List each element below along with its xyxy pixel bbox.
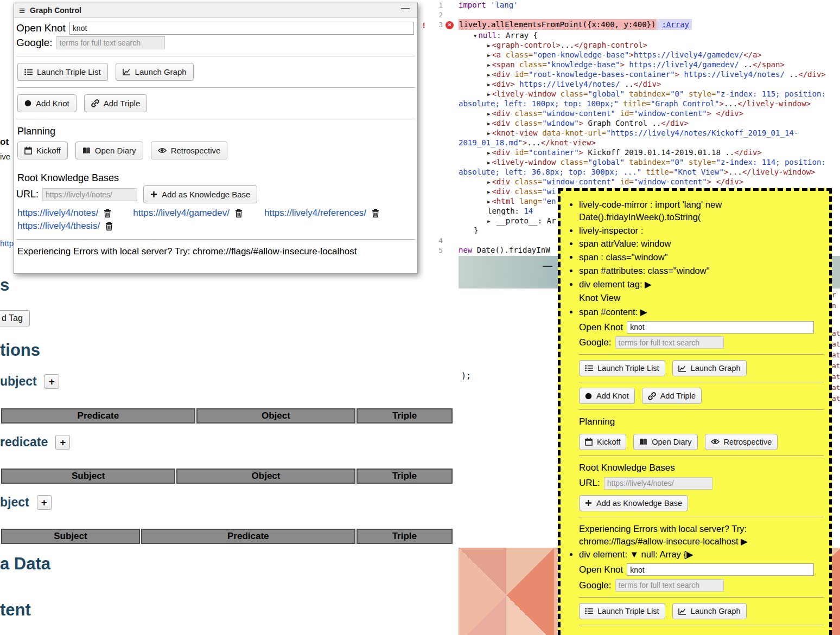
add-subject-button[interactable]: + <box>44 374 59 389</box>
replica2-launch-triple-list-button[interactable]: Launch Triple List <box>579 603 665 619</box>
inspector-segment: .. <box>785 70 798 79</box>
expand-arrow-icon[interactable]: ▶ <box>487 216 490 226</box>
launch-graph-button[interactable]: Launch Graph <box>116 63 194 81</box>
column-header-subject: Subject <box>1 469 175 484</box>
trash-icon[interactable] <box>104 209 111 217</box>
inspector-tree-line[interactable]: ▶<div id="container"> Kickoff 2019.01.14… <box>459 147 826 157</box>
inspector-tree-line[interactable]: ▼null: Array { <box>459 30 826 40</box>
add-object-button[interactable]: + <box>37 495 52 510</box>
add-predicate-button[interactable]: + <box>55 435 70 450</box>
expand-arrow-icon[interactable]: ▶ <box>487 70 490 80</box>
expand-arrow-icon[interactable]: ▶ <box>487 89 490 99</box>
google-search-input[interactable] <box>56 36 165 49</box>
popup-item-div-tag-text[interactable]: div element tag: ▶ <box>579 278 824 291</box>
result-chip[interactable]: :Array <box>657 19 692 30</box>
replica2-google-search-input[interactable] <box>615 579 724 592</box>
knowledge-base-link[interactable]: https://lively4/thesis/ <box>17 220 100 233</box>
expand-arrow-icon[interactable]: ▶ <box>487 119 490 129</box>
clipped-code-fragment: at <box>832 394 840 402</box>
popup-item-code-mirror: lively-code-mirror : import 'lang' new D… <box>579 198 824 223</box>
add-triple-button[interactable]: Add Triple <box>84 94 148 112</box>
replica-kickoff-button[interactable]: Kickoff <box>579 434 626 450</box>
inspector-tree-line[interactable]: ▶<lively-window class="global" tabindex=… <box>459 157 826 167</box>
inspector-tree-line[interactable]: 2019_01_18.md">...</knot-view> <box>459 138 826 147</box>
inspector-tree-line[interactable]: ▶<div class="window-content" id="window-… <box>459 108 826 118</box>
trash-icon[interactable] <box>235 209 243 217</box>
replica-url-input[interactable] <box>604 477 712 490</box>
minimize-button[interactable]: — <box>401 4 410 14</box>
popup-item-span-content-text[interactable]: span #content: ▶ <box>579 306 824 318</box>
calendar-icon <box>24 146 32 155</box>
trash-icon[interactable] <box>105 222 113 230</box>
inspector-tree-line[interactable]: ▶<div id="root-knowledge-bases-container… <box>459 69 826 79</box>
expand-arrow-icon[interactable]: ▶ <box>487 60 490 70</box>
knowledge-base-link[interactable]: https://lively4/notes/ <box>17 207 98 220</box>
expand-arrow-icon[interactable]: ▶ <box>487 197 490 207</box>
minimize-icon[interactable]: — <box>543 260 552 272</box>
menu-icon[interactable]: ≡ <box>19 5 25 16</box>
inspector-tree-line[interactable]: ▶<lively-window class="global" tabindex=… <box>459 89 826 99</box>
expand-arrow-icon[interactable]: ▶ <box>487 187 490 197</box>
replica-launch-graph-button[interactable]: Launch Graph <box>672 360 747 376</box>
collapse-arrow-icon[interactable]: ▼ <box>474 31 476 41</box>
expand-arrow-icon[interactable]: ▶ <box>487 109 490 119</box>
inspector-tree-line[interactable]: ▶<graph-control>...</graph-control> <box>459 40 826 50</box>
popup-item-div-element-text[interactable]: div element: ▼ null: Array {▶ <box>579 548 824 561</box>
expand-arrow-icon[interactable]: ▶ <box>487 148 490 158</box>
clipped-code-fragment: at <box>832 383 840 392</box>
trash-icon[interactable] <box>372 209 379 217</box>
divider <box>579 456 824 456</box>
retrospective-button[interactable]: Retrospective <box>151 142 228 159</box>
inspector-segment: class= <box>519 60 547 69</box>
add-knowledge-base-button[interactable]: Add as Knowledge Base <box>143 185 257 203</box>
expand-arrow-icon[interactable]: ▶ <box>487 129 490 138</box>
knowledge-base-link[interactable]: https://lively4/gamedev/ <box>133 207 230 220</box>
inspector-tree-line[interactable]: ▶<div class="window-content" id="window-… <box>459 177 826 187</box>
inspector-tree-line[interactable]: absolute; left: 36.8px; top: 300px; ..."… <box>459 167 826 177</box>
replica-launch-triple-list-button[interactable]: Launch Triple List <box>579 360 665 376</box>
replica2-launch-graph-button[interactable]: Launch Graph <box>672 603 747 619</box>
column-header-subject: Subject <box>1 529 140 544</box>
add-tag-button[interactable]: d Tag <box>0 310 30 326</box>
replica-google-search-input[interactable] <box>615 336 724 349</box>
inspector-tree-line[interactable]: ▶<span class="knowledge-base"> https://l… <box>459 60 826 69</box>
inspector-segment: > <box>579 148 583 157</box>
knowledge-base-link[interactable]: https://lively4/references/ <box>264 207 366 220</box>
url-input[interactable] <box>42 188 137 201</box>
inspector-segment: "container" <box>529 148 579 157</box>
divider <box>579 597 824 598</box>
replica-add-triple-button[interactable]: Add Triple <box>642 388 702 404</box>
window-titlebar[interactable]: ≡ Graph Control — <box>14 3 417 18</box>
kickoff-button[interactable]: Kickoff <box>17 142 68 159</box>
clipped-code-fragment: at <box>832 362 840 370</box>
open-diary-button[interactable]: Open Diary <box>75 142 143 159</box>
replica-open-diary-button[interactable]: Open Diary <box>633 434 697 450</box>
replica-add-knowledge-base-button[interactable]: Add as Knowledge Base <box>579 495 688 511</box>
inspector-segment: null <box>478 31 497 40</box>
inspector-segment: .. <box>739 60 753 69</box>
inspector-segment: https://lively4/gamedev/ <box>634 50 743 59</box>
launch-triple-list-button[interactable]: Launch Triple List <box>17 63 108 81</box>
replica2-open-knot-input[interactable] <box>627 563 814 576</box>
chart-icon <box>123 68 131 75</box>
inspector-tree-line[interactable]: ▶<knot-view data-knot-url="https://livel… <box>459 128 826 138</box>
inspector-segment: </knot-view> <box>541 138 596 147</box>
replica-add-knot-button[interactable]: Add Knot <box>579 388 635 404</box>
divider <box>16 239 415 240</box>
expand-arrow-icon[interactable]: ▶ <box>487 80 490 89</box>
expand-arrow-icon[interactable]: ▶ <box>487 177 490 187</box>
graph-control-window: ≡ Graph Control — Open Knot Google: Laun… <box>14 3 418 274</box>
replica-retrospective-button[interactable]: Retrospective <box>705 434 778 450</box>
inspector-tree-line[interactable]: ▶<a class="open-knowledge-base">https://… <box>459 50 826 60</box>
expand-arrow-icon[interactable]: ▶ <box>487 158 490 168</box>
inspector-segment: </div> <box>734 148 762 157</box>
inspector-tree-line[interactable]: ▶<div class="window"> Graph Control ..</… <box>459 118 826 128</box>
expand-arrow-icon[interactable]: ▶ <box>487 41 490 50</box>
inspector-tree-line[interactable]: ▶<div> https://lively4/notes/ ..</div> <box>459 79 826 89</box>
open-knot-input[interactable] <box>69 22 414 35</box>
replica-open-knot-input[interactable] <box>627 321 814 333</box>
add-knot-button[interactable]: Add Knot <box>17 94 77 112</box>
inspector-tree-line[interactable]: absolute; left: 100px; top: 100px;" titl… <box>459 99 826 108</box>
error-icon: × <box>446 21 454 29</box>
expand-arrow-icon[interactable]: ▶ <box>487 50 490 60</box>
